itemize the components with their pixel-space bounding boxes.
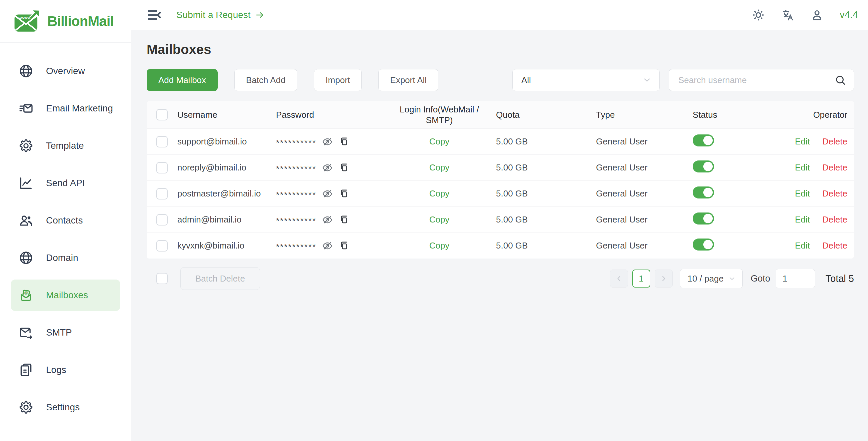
copy-icon[interactable] bbox=[338, 163, 349, 173]
status-toggle[interactable] bbox=[693, 238, 714, 251]
row-checkbox[interactable] bbox=[156, 188, 168, 200]
copy-icon[interactable] bbox=[338, 240, 349, 251]
row-quota: 5.00 GB bbox=[496, 188, 596, 199]
table-body: support@bimail.io ********** Copy 5.00 G… bbox=[147, 128, 854, 259]
header-username: Username bbox=[177, 110, 276, 120]
sidebar-item-logs[interactable]: Logs bbox=[0, 354, 131, 386]
mailboxes-table: Username Password Login Info(WebMail / S… bbox=[147, 101, 854, 259]
edit-link[interactable]: Edit bbox=[795, 188, 810, 199]
status-toggle[interactable] bbox=[693, 160, 714, 173]
delete-link[interactable]: Delete bbox=[822, 188, 847, 199]
copy-login-link[interactable]: Copy bbox=[429, 137, 450, 146]
eye-off-icon[interactable] bbox=[322, 188, 333, 200]
app-window: BillionMail Overview Email Marketing Tem… bbox=[0, 0, 868, 441]
sidebar-item-email-marketing[interactable]: Email Marketing bbox=[0, 93, 131, 124]
page-content: Mailboxes Add Mailbox Batch Add Import E… bbox=[131, 30, 868, 441]
row-checkbox[interactable] bbox=[156, 240, 168, 252]
search-input[interactable] bbox=[678, 75, 834, 86]
current-page-button[interactable]: 1 bbox=[632, 269, 650, 288]
next-page-button[interactable] bbox=[655, 269, 673, 288]
footer-select-all-checkbox[interactable] bbox=[156, 273, 168, 284]
page-size-value: 10 / page bbox=[688, 273, 724, 284]
status-toggle[interactable] bbox=[693, 212, 714, 225]
user-icon[interactable] bbox=[810, 8, 824, 22]
sidebar-item-template[interactable]: Template bbox=[0, 130, 131, 161]
import-button[interactable]: Import bbox=[314, 69, 362, 91]
sun-icon[interactable] bbox=[752, 8, 765, 22]
delete-link[interactable]: Delete bbox=[822, 240, 847, 251]
copy-icon[interactable] bbox=[338, 137, 349, 147]
header-operator: Operator bbox=[793, 110, 854, 120]
delete-link[interactable]: Delete bbox=[822, 163, 847, 173]
eye-off-icon[interactable] bbox=[322, 136, 333, 147]
topbar-actions: v4.4 bbox=[752, 8, 858, 22]
password-mask: ********** bbox=[276, 138, 316, 148]
row-quota: 5.00 GB bbox=[496, 240, 596, 251]
status-toggle[interactable] bbox=[693, 186, 714, 199]
search-icon[interactable] bbox=[834, 74, 846, 86]
sidebar-item-mailboxes[interactable]: Mailboxes bbox=[11, 280, 120, 311]
copy-login-link[interactable]: Copy bbox=[429, 188, 450, 199]
logs-icon bbox=[19, 362, 33, 377]
goto-page-input[interactable] bbox=[776, 269, 815, 288]
sidebar-item-contacts[interactable]: Contacts bbox=[0, 205, 131, 236]
globe-icon bbox=[19, 251, 33, 265]
sidebar-item-settings[interactable]: Settings bbox=[0, 392, 131, 423]
row-username: postmaster@bimail.io bbox=[177, 188, 276, 199]
total-count: Total 5 bbox=[826, 273, 854, 284]
row-username: noreply@bimail.io bbox=[177, 163, 276, 173]
table-row: support@bimail.io ********** Copy 5.00 G… bbox=[147, 128, 854, 154]
edit-link[interactable]: Edit bbox=[795, 163, 810, 173]
edit-link[interactable]: Edit bbox=[795, 240, 810, 251]
batch-add-button[interactable]: Batch Add bbox=[234, 69, 297, 91]
search-box bbox=[669, 69, 854, 91]
sidebar-nav: Overview Email Marketing Template Send A… bbox=[0, 43, 131, 423]
row-quota: 5.00 GB bbox=[496, 163, 596, 173]
page-size-select[interactable]: 10 / page bbox=[680, 269, 743, 288]
copy-login-link[interactable]: Copy bbox=[429, 214, 450, 225]
row-checkbox[interactable] bbox=[156, 136, 168, 147]
chevron-down-icon bbox=[642, 75, 652, 85]
edit-link[interactable]: Edit bbox=[795, 137, 810, 146]
toolbar: Add Mailbox Batch Add Import Export All … bbox=[147, 69, 854, 91]
row-username: kyvxnk@bimail.io bbox=[177, 240, 276, 251]
email-marketing-icon bbox=[19, 101, 33, 116]
submit-request-link[interactable]: Submit a Request bbox=[176, 10, 265, 20]
password-mask: ********** bbox=[276, 190, 316, 200]
eye-off-icon[interactable] bbox=[322, 240, 333, 252]
sidebar-item-smtp[interactable]: SMTP bbox=[0, 317, 131, 348]
sidebar-item-send-api[interactable]: Send API bbox=[0, 168, 131, 199]
copy-login-link[interactable]: Copy bbox=[429, 163, 450, 173]
submit-request-label: Submit a Request bbox=[176, 10, 251, 20]
delete-link[interactable]: Delete bbox=[822, 214, 847, 225]
chevron-down-icon bbox=[728, 274, 736, 283]
translate-icon[interactable] bbox=[781, 8, 794, 22]
add-mailbox-button[interactable]: Add Mailbox bbox=[147, 69, 218, 91]
row-checkbox[interactable] bbox=[156, 214, 168, 226]
row-type: General User bbox=[596, 240, 693, 251]
export-all-button[interactable]: Export All bbox=[378, 69, 438, 91]
eye-off-icon[interactable] bbox=[322, 214, 333, 226]
delete-link[interactable]: Delete bbox=[822, 137, 847, 146]
eye-off-icon[interactable] bbox=[322, 162, 333, 173]
table-row: admin@bimail.io ********** Copy 5.00 GB … bbox=[147, 206, 854, 233]
edit-link[interactable]: Edit bbox=[795, 214, 810, 225]
status-toggle[interactable] bbox=[693, 135, 714, 146]
copy-icon[interactable] bbox=[338, 188, 349, 199]
collapse-menu-icon[interactable] bbox=[147, 7, 162, 23]
copy-icon[interactable] bbox=[338, 214, 349, 225]
table-row: kyvxnk@bimail.io ********** Copy 5.00 GB… bbox=[147, 233, 854, 259]
globe-icon bbox=[19, 64, 33, 79]
row-checkbox[interactable] bbox=[156, 162, 168, 173]
copy-login-link[interactable]: Copy bbox=[429, 240, 450, 251]
batch-delete-button[interactable]: Batch Delete bbox=[180, 267, 260, 290]
domain-filter-select[interactable]: All bbox=[512, 69, 660, 91]
toggle-knob bbox=[703, 162, 713, 171]
sidebar-item-domain[interactable]: Domain bbox=[0, 242, 131, 273]
sidebar-item-overview[interactable]: Overview bbox=[0, 55, 131, 87]
envelope-send-icon bbox=[19, 325, 33, 340]
select-all-checkbox[interactable] bbox=[156, 109, 168, 120]
prev-page-button[interactable] bbox=[610, 269, 628, 288]
toggle-knob bbox=[703, 188, 713, 197]
brand-name: BillionMail bbox=[47, 13, 114, 29]
